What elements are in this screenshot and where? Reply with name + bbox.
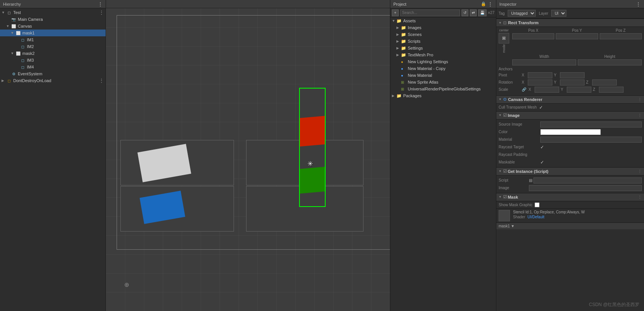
layer-dropdown[interactable]: UI <box>551 10 566 17</box>
proj-item-newlighting[interactable]: ● New Lighting Settings <box>390 58 496 65</box>
pos-x-input[interactable]: 0 <box>512 33 554 39</box>
cull-checkmark[interactable]: ✓ <box>539 105 543 110</box>
proj-item-images[interactable]: ▶ 📁 Images <box>390 24 496 31</box>
maskable-checkmark[interactable]: ✓ <box>540 160 544 165</box>
scale-y-label: Y <box>561 87 565 92</box>
script-menu[interactable]: ⋮ <box>638 169 642 173</box>
hierarchy-item-im4[interactable]: ◻ IM4 <box>0 64 106 70</box>
image-menu[interactable]: ⋮ <box>638 113 642 117</box>
show-mask-checkbox[interactable] <box>535 202 540 207</box>
add-asset-button[interactable]: + <box>392 9 399 16</box>
pivot-y-input[interactable]: 0.5 <box>560 72 585 78</box>
mask-center-selected <box>299 88 326 207</box>
script-fields: Script ▤ GetInstance Image ⊙mask1 (Image… <box>496 176 644 193</box>
source-image-input[interactable]: None (Sprite) <box>540 121 642 128</box>
tree-arrow: ▼ <box>6 24 11 28</box>
proj-item-newspriteatlas[interactable]: ⊞ New Sprite Atlas <box>390 79 496 86</box>
proj-item-scenes[interactable]: ▶ 📁 Scenes <box>390 31 496 38</box>
folder-arrow: ▶ <box>396 53 401 57</box>
tag-dropdown[interactable]: Untagged <box>508 10 536 17</box>
scene-view[interactable]: ✳ ⊕ <box>106 8 390 311</box>
image-section-header[interactable]: ▼ ☑ Image ⋮ <box>496 111 644 120</box>
pivot-x-input[interactable]: 0.5 <box>528 72 552 78</box>
canvas-renderer-menu[interactable]: ⋮ <box>638 97 642 101</box>
script-input[interactable]: GetInstance <box>533 177 642 183</box>
hierarchy-item-im3[interactable]: ◻ IM3 <box>0 57 106 64</box>
sync-button[interactable]: ⇄ <box>470 9 477 16</box>
refresh-button[interactable]: ↺ <box>462 9 468 16</box>
pos-z-input[interactable]: 0 <box>600 33 642 39</box>
inspector-menu-icon[interactable]: ⋮ <box>636 1 641 7</box>
anchor-picker[interactable] <box>499 33 509 44</box>
mask-section-header[interactable]: ▼ ☑ Mask ⋮ <box>496 193 644 201</box>
raycast-checkmark[interactable]: ✓ <box>540 145 544 150</box>
inspector-header: Inspector ⋮ <box>496 0 644 8</box>
proj-item-label: Assets <box>403 19 416 23</box>
proj-item-settings[interactable]: ▶ 📁 Settings <box>390 45 496 51</box>
height-label: Height <box>578 54 642 59</box>
script-toggle-icon[interactable]: ☑ <box>503 169 507 174</box>
proj-item-scripts[interactable]: ▶ 📁 Scripts <box>390 38 496 45</box>
rot-x-input[interactable]: 0 <box>528 79 552 86</box>
project-search-input[interactable] <box>400 9 460 16</box>
rect-transform-header[interactable]: ▼ ⊡ Rect Transform <box>496 19 644 27</box>
mask-menu[interactable]: ⋮ <box>638 195 642 199</box>
get-instance-header[interactable]: ▼ ☑ Get Instance (Script) ⋮ <box>496 167 644 176</box>
proj-item-assets[interactable]: ▼ 📁 Assets <box>390 17 496 24</box>
height-input[interactable]: 468.1255 <box>578 59 642 65</box>
project-menu-icon[interactable]: ⋮ <box>488 1 493 7</box>
project-content: ▼ 📁 Assets ▶ 📁 Images ▶ 📁 Scenes ▶ 📁 Scr… <box>390 17 496 311</box>
scale-x-input[interactable]: 1 <box>535 87 559 93</box>
proj-item-textmeshpro[interactable]: ▶ 📁 TextMesh Pro <box>390 51 496 58</box>
image-toggle-icon[interactable]: ☑ <box>503 113 507 118</box>
mask-toggle-icon[interactable]: ☑ <box>503 194 507 199</box>
save-button[interactable]: 💾 <box>478 9 487 16</box>
item-menu-icon[interactable]: ⋮ <box>99 9 104 16</box>
hierarchy-item-maincamera[interactable]: 📷 Main Camera <box>0 16 106 23</box>
image-icon: ◻ <box>20 64 26 70</box>
hierarchy-item-dontdestroy[interactable]: ▶ ◻ DontDestroyOnLoad ⋮ <box>0 77 106 84</box>
proj-item-label: Packages <box>403 93 421 98</box>
scale-row: Scale 🔗 X 1 Y 1 Z 1 <box>499 87 642 93</box>
material-input[interactable]: None (Material) <box>540 137 642 143</box>
camera-icon: 📷 <box>11 16 17 22</box>
proj-item-newmat[interactable]: ● New Material <box>390 72 496 79</box>
width-input[interactable]: 100 <box>512 59 576 65</box>
rect-transform-fields: center mode Pos X Pos Y Pos Z 0 <box>496 27 644 95</box>
hierarchy-item-test[interactable]: ▼ ◻ Test ⋮ <box>0 9 106 16</box>
proj-item-urp[interactable]: ⊞ UniversalRenderPipelineGlobalSettings <box>390 86 496 92</box>
image-field-input[interactable]: ⊙mask1 (Image) <box>529 185 642 191</box>
shader-value[interactable]: UI/Default <box>527 215 544 219</box>
canvas-renderer-header[interactable]: ▼ ⊙ Canvas Renderer ⋮ <box>496 95 644 104</box>
project-panel: Project 🔒 ⋮ + ↺ ⇄ 💾 ≡27 ▼ 📁 Assets ▶ <box>390 0 496 311</box>
folder-icon: 📁 <box>401 46 406 51</box>
rot-z-input[interactable]: 0 <box>592 79 617 86</box>
folder-arrow: ▶ <box>396 26 401 30</box>
scale-z-input[interactable]: 1 <box>599 87 624 93</box>
hierarchy-item-eventsystem[interactable]: ⚙ EventSystem <box>0 70 106 77</box>
proj-item-label: New Material - Copy <box>408 66 446 71</box>
color-swatch[interactable] <box>540 129 601 135</box>
bottom-object-label[interactable]: mask1 ▼ <box>496 222 644 229</box>
layer-label: Layer <box>539 11 548 16</box>
proj-item-packages[interactable]: ▶ 📁 Packages <box>390 92 496 99</box>
hierarchy-item-mask2[interactable]: ▼ ⬜ mask2 <box>0 50 106 57</box>
canvas-renderer-icon: ⊙ <box>503 97 507 102</box>
lock-icon[interactable]: 🔒 <box>481 2 486 6</box>
proj-item-label: Settings <box>408 46 423 50</box>
hierarchy-item-mask1[interactable]: ▼ ⬜ mask1 <box>0 30 106 36</box>
rot-y-input[interactable]: 0 <box>560 79 585 86</box>
rot-z-label: Z <box>586 80 591 84</box>
hierarchy-item-im1[interactable]: ◻ IM1 <box>0 36 106 43</box>
hierarchy-item-canvas[interactable]: ▼ ⬜ Canvas <box>0 23 106 30</box>
proj-item-label: Images <box>408 25 421 30</box>
script-label: Script <box>499 177 529 184</box>
proj-item-newmatcopy[interactable]: ● New Material - Copy <box>390 65 496 72</box>
script-icon: ▤ <box>529 178 532 182</box>
hierarchy-item-im2[interactable]: ◻ IM2 <box>0 43 106 50</box>
scale-y-input[interactable]: 1 <box>567 87 591 93</box>
mode-label: mode <box>502 44 506 53</box>
item-menu-icon[interactable]: ⋮ <box>99 78 104 84</box>
hierarchy-menu-icon[interactable]: ⋮ <box>98 1 103 7</box>
pos-y-input[interactable]: -101.2346 <box>556 33 598 39</box>
